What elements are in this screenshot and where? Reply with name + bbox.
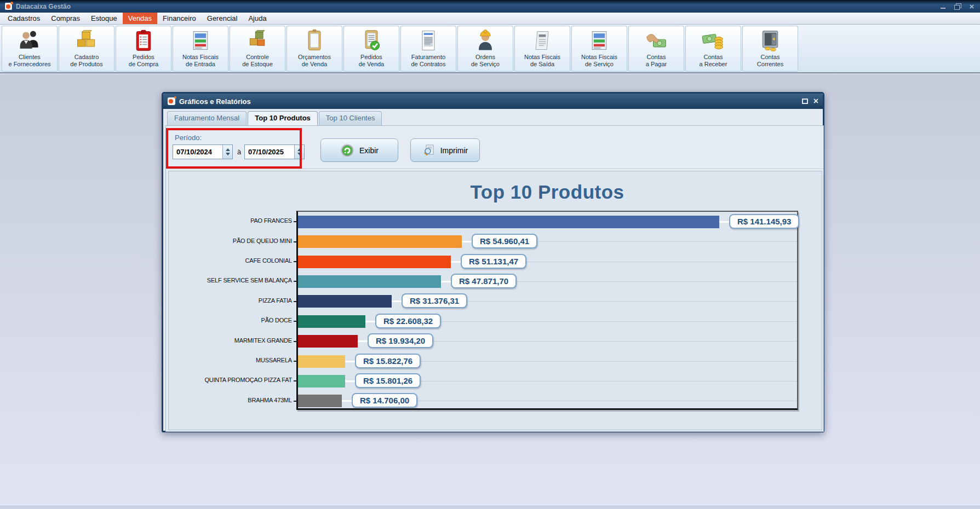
tab-top-10-clientes[interactable]: Top 10 Clientes bbox=[319, 111, 382, 125]
spin-up-icon[interactable] bbox=[226, 148, 230, 151]
dialog-logo-icon bbox=[168, 97, 175, 105]
toolbar-button-notas-fiscais-de-saída[interactable]: Notas Fiscaisde Saída bbox=[514, 26, 570, 72]
y-axis-label: PÃO DE QUEIJO MINI bbox=[169, 237, 292, 245]
toolbar-button-label: Faturamentode Contratos bbox=[411, 54, 446, 67]
safe-icon bbox=[758, 28, 782, 53]
y-axis-label: MARMITEX GRANDE bbox=[169, 337, 292, 344]
doc-invoice-icon bbox=[587, 28, 611, 53]
clipboard-red-icon bbox=[131, 28, 156, 53]
menu-item-compras[interactable]: Compras bbox=[45, 13, 85, 24]
menu-item-gerencial[interactable]: Gerencial bbox=[202, 13, 243, 24]
dialog-close-icon[interactable]: × bbox=[813, 97, 818, 105]
period-separator-label: à bbox=[237, 148, 241, 156]
print-button[interactable]: Imprimir bbox=[410, 138, 480, 162]
date-to-spinner[interactable] bbox=[294, 145, 304, 159]
y-axis-label: SELF SERVICE SEM BALANÇA bbox=[169, 276, 292, 284]
period-group: Período: à bbox=[166, 126, 823, 169]
y-axis-label: BRAHMA 473ML bbox=[169, 396, 292, 404]
date-from-input[interactable] bbox=[173, 145, 222, 159]
dialog-content: Período: à bbox=[165, 125, 824, 432]
date-to-input[interactable] bbox=[245, 145, 294, 159]
toolbar-button-pedidos-de-venda[interactable]: Pedidosde Venda bbox=[343, 26, 399, 72]
date-from-spinner[interactable] bbox=[222, 145, 232, 159]
bar-self-service-sem-balança bbox=[298, 275, 441, 288]
bar-marmitex-grande bbox=[298, 335, 358, 348]
close-icon[interactable]: × bbox=[968, 3, 976, 10]
menu-item-cadastros[interactable]: Cadastros bbox=[2, 13, 45, 24]
tab-faturamento-mensal[interactable]: Faturamento Mensal bbox=[167, 111, 247, 125]
toolbar-button-label: Contasa Receber bbox=[700, 54, 727, 67]
toolbar-button-pedidos-de-compra[interactable]: Pedidosde Compra bbox=[116, 26, 171, 72]
menubar: CadastrosComprasEstoqueVendasFinanceiroG… bbox=[0, 13, 980, 25]
value-connector bbox=[342, 400, 353, 402]
toolbar-button-notas-fiscais-de-serviço[interactable]: Notas Fiscaisde Serviço bbox=[571, 26, 627, 72]
chart-title: Top 10 Produtos bbox=[296, 181, 798, 203]
toolbar-button-contas-correntes[interactable]: ContasCorrentes bbox=[742, 26, 798, 72]
menu-item-ajuda[interactable]: Ajuda bbox=[243, 13, 272, 24]
value-badge: R$ 47.871,70 bbox=[451, 274, 517, 288]
toolbar-button-clientes-e-fornecedores[interactable]: Clientese Fornecedores bbox=[2, 26, 58, 72]
y-axis-tick bbox=[294, 301, 297, 302]
y-axis-label: MUSSARELA bbox=[169, 356, 292, 364]
y-axis-tick bbox=[294, 241, 297, 242]
window-titlebar: Datacaixa Gestão × bbox=[0, 0, 980, 13]
value-badge: R$ 14.706,00 bbox=[352, 393, 417, 408]
bar-cafe-colonial bbox=[298, 256, 451, 268]
tab-top-10-produtos[interactable]: Top 10 Produtos bbox=[248, 111, 318, 125]
toolbar-button-orçamentos-de-venda[interactable]: Orçamentosde Venda bbox=[286, 26, 342, 72]
app-logo-icon bbox=[4, 2, 13, 10]
people-icon bbox=[18, 28, 42, 53]
toolbar-button-cadastro-de-produtos[interactable]: Cadastrode Produtos bbox=[59, 26, 114, 72]
value-badge: R$ 15.801,26 bbox=[355, 373, 421, 388]
toolbar-button-contas-a-pagar[interactable]: Contasa Pagar bbox=[628, 26, 684, 72]
menu-item-estoque[interactable]: Estoque bbox=[85, 13, 123, 24]
date-from-field bbox=[173, 144, 233, 159]
y-axis-label: PAO FRANCES bbox=[169, 217, 292, 224]
menu-item-vendas[interactable]: Vendas bbox=[123, 13, 157, 24]
toolbar-button-label: Notas Fiscaisde Serviço bbox=[581, 54, 617, 67]
chart-plot: R$ 141.145,93R$ 54.960,41R$ 51.131,47R$ … bbox=[296, 211, 798, 410]
toolbar-button-label: Clientese Fornecedores bbox=[8, 54, 50, 67]
spin-down-icon[interactable] bbox=[226, 153, 230, 155]
period-label: Período: bbox=[175, 134, 202, 142]
toolbar-button-controle-de-estoque[interactable]: Controlede Estoque bbox=[230, 26, 285, 72]
value-connector bbox=[719, 221, 730, 223]
toolbar: Clientese FornecedoresCadastrode Produto… bbox=[0, 25, 980, 73]
value-badge: R$ 54.960,41 bbox=[472, 234, 537, 248]
y-axis-tick bbox=[294, 281, 297, 282]
value-badge: R$ 22.608,32 bbox=[375, 314, 441, 328]
worker-icon bbox=[473, 28, 497, 53]
y-axis-tick bbox=[294, 401, 297, 402]
minimize-icon[interactable] bbox=[939, 3, 947, 10]
toolbar-button-label: Ordensde Serviço bbox=[471, 54, 500, 67]
toolbar-button-faturamento-de-contratos[interactable]: Faturamentode Contratos bbox=[400, 26, 456, 72]
toolbar-button-label: Controlede Estoque bbox=[242, 54, 273, 67]
toolbar-button-contas-a-receber[interactable]: Contasa Receber bbox=[685, 26, 741, 72]
menu-item-financeiro[interactable]: Financeiro bbox=[157, 13, 202, 24]
spin-up-icon[interactable] bbox=[297, 148, 302, 151]
doc-contract-icon bbox=[416, 28, 440, 53]
bar-pizza-fatia bbox=[298, 295, 392, 308]
value-connector bbox=[358, 340, 369, 342]
y-axis-tick bbox=[294, 380, 297, 381]
cubes-mixed-icon bbox=[245, 28, 270, 53]
chart-plot-area: PAO FRANCESPÃO DE QUEIJO MINICAFE COLONI… bbox=[169, 211, 822, 410]
value-badge: R$ 51.131,47 bbox=[461, 254, 526, 269]
toolbar-button-notas-fiscais-de-entrada[interactable]: Notas Fiscaisde Entrada bbox=[173, 26, 228, 72]
show-button[interactable]: Exibir bbox=[320, 138, 398, 162]
dialog-titlebar[interactable]: Gráficos e Relatórios × bbox=[163, 94, 823, 109]
y-axis-label: PÃO DOCE bbox=[169, 316, 292, 324]
dialog-maximize-icon[interactable] bbox=[802, 99, 808, 104]
spin-down-icon[interactable] bbox=[297, 153, 302, 155]
toolbar-button-ordens-de-serviço[interactable]: Ordensde Serviço bbox=[457, 26, 513, 72]
value-connector bbox=[451, 261, 462, 263]
chart-panel: Top 10 Produtos PAO FRANCESPÃO DE QUEIJO… bbox=[168, 171, 822, 430]
bar-brahma-473ml bbox=[298, 395, 342, 407]
window-title: Datacaixa Gestão bbox=[16, 3, 71, 10]
clipboard-blank-icon bbox=[302, 28, 326, 53]
y-axis-label: CAFE COLONIAL bbox=[169, 257, 292, 264]
window-controls: × bbox=[939, 3, 976, 10]
charts-reports-dialog: Gráficos e Relatórios × Faturamento Mens… bbox=[162, 92, 824, 432]
restore-icon[interactable] bbox=[954, 3, 961, 10]
y-axis-tick bbox=[294, 321, 297, 322]
